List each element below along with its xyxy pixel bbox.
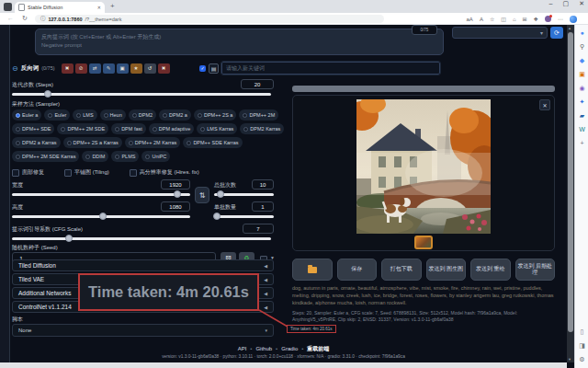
footer-link-github[interactable]: Github bbox=[255, 346, 272, 351]
site-info-icon[interactable]: ⓘ bbox=[40, 16, 46, 22]
batch-count-slider-handle[interactable] bbox=[217, 190, 224, 198]
generated-image[interactable] bbox=[356, 99, 491, 234]
add-icon[interactable]: + bbox=[575, 139, 588, 148]
copilot-icon[interactable] bbox=[570, 16, 577, 23]
read-aloud-icon[interactable]: A bbox=[480, 17, 483, 22]
clear-icon[interactable]: ⊘ bbox=[75, 63, 87, 74]
designer-icon[interactable]: ✦ bbox=[575, 98, 588, 107]
delete-icon[interactable]: ✖ bbox=[62, 63, 74, 74]
edit-icon[interactable]: ✎ bbox=[103, 63, 115, 74]
height-slider[interactable] bbox=[12, 215, 190, 218]
tab-close-icon[interactable]: ✕ bbox=[97, 5, 101, 10]
feature-checkbox-tiling[interactable]: 平铺图 (Tiling) bbox=[64, 168, 109, 177]
batch-size-slider-handle[interactable] bbox=[213, 213, 220, 220]
undo-icon[interactable]: ↺ bbox=[144, 63, 156, 74]
back-icon[interactable]: ← bbox=[7, 15, 14, 21]
split-screen-icon[interactable]: ◫ bbox=[501, 16, 506, 22]
tab-workspaces-icon[interactable] bbox=[4, 3, 12, 11]
home-icon[interactable]: ⌂ bbox=[513, 17, 516, 22]
sampler-option-dpm-2s-a[interactable]: DPM++ 2S a bbox=[194, 109, 237, 121]
zip-download-button[interactable]: 打包下载 bbox=[381, 259, 422, 281]
sampler-option-dpm2-a[interactable]: DPM2 a bbox=[159, 109, 191, 121]
send-to-inpaint-button[interactable]: 发送到 重绘 bbox=[470, 259, 511, 281]
height-slider-handle[interactable] bbox=[99, 213, 107, 220]
sampler-option-dpm2[interactable]: DPM2 bbox=[129, 109, 156, 121]
sampler-option-lms[interactable]: LMS bbox=[73, 109, 96, 121]
sampler-option-dpm-2m-sde-karras[interactable]: DPM++ 2M SDE Karras bbox=[12, 151, 79, 162]
url-bar[interactable]: ⓘ 127.0.0.1:7860 /?__theme=dark bbox=[35, 15, 384, 23]
batch-size-slider[interactable] bbox=[214, 215, 274, 218]
footer-link-gradio[interactable]: Gradio bbox=[281, 346, 298, 351]
scroll-up-icon[interactable]: ▲ bbox=[568, 26, 571, 30]
search-icon[interactable]: ⚲ bbox=[575, 42, 588, 52]
keyword-input[interactable]: 请输入新关键词 bbox=[221, 62, 440, 75]
outlook-icon[interactable]: ▰ bbox=[575, 111, 588, 121]
tagger-list-icon[interactable]: ▤ bbox=[209, 63, 219, 74]
sampler-option-plms[interactable]: PLMS bbox=[111, 151, 139, 162]
sampler-option-dpm-2s-a-karras[interactable]: DPM++ 2S a Karras bbox=[63, 137, 122, 148]
collections-icon[interactable]: ⊞ bbox=[523, 16, 527, 22]
sampler-option-dpm2-karras[interactable]: DPM2 Karras bbox=[240, 123, 284, 134]
sampler-option-dpm-2m[interactable]: DPM++ 2M bbox=[239, 109, 278, 121]
send-to-img2img-button[interactable]: 发送到 图生图 bbox=[426, 259, 467, 281]
sampler-option-heun[interactable]: Heun bbox=[100, 109, 126, 121]
footer-link-api[interactable]: API bbox=[238, 346, 247, 351]
maximize-button[interactable]: ▢ bbox=[563, 0, 570, 7]
window-close-button[interactable]: ✕ bbox=[579, 0, 584, 7]
scroll-down-icon[interactable]: ▼ bbox=[568, 357, 571, 362]
negative-prompt-textarea[interactable]: 反向提示词 (按 Ctrl+Enter 或 Alt+Enter 开始生成) Ne… bbox=[35, 29, 444, 55]
minimize-button[interactable]: – bbox=[549, 0, 553, 7]
scrollbar-thumb[interactable] bbox=[568, 32, 573, 332]
word-icon[interactable]: W bbox=[575, 125, 588, 134]
sampler-option-lms-karras[interactable]: LMS Karras bbox=[197, 123, 237, 134]
text-size-icon[interactable]: aA bbox=[467, 17, 473, 22]
settings-icon[interactable]: ⚙ bbox=[575, 355, 588, 364]
side-panel-icon[interactable]: ◨ bbox=[575, 341, 588, 351]
send-to-extras-button[interactable]: 发送到 后期处理 bbox=[515, 259, 556, 281]
feature-checkbox-hires-fix[interactable]: 高分辨率修复 (Hires. fix) bbox=[130, 168, 199, 177]
width-slider[interactable] bbox=[12, 193, 190, 196]
sampler-option-euler[interactable]: Euler bbox=[44, 109, 70, 121]
new-tab-button[interactable]: + bbox=[110, 2, 115, 10]
sampler-option-dpm-2m-sde[interactable]: DPM++ 2M SDE bbox=[57, 123, 108, 134]
star-icon[interactable]: ★ bbox=[130, 63, 142, 74]
batch-count-value[interactable]: 10 bbox=[252, 179, 274, 190]
extensions-icon[interactable]: ❖ bbox=[534, 16, 538, 22]
sampler-option-dpm-adaptive[interactable]: DPM adaptive bbox=[149, 123, 195, 134]
swap-dimensions-button[interactable]: ⇅ bbox=[195, 187, 209, 203]
people-icon[interactable]: ◉ bbox=[575, 84, 588, 93]
close-icon[interactable]: ✕ bbox=[539, 99, 550, 110]
refresh-styles-button[interactable]: ⟳ bbox=[550, 27, 563, 39]
sampler-option-ddim[interactable]: DDIM bbox=[82, 151, 108, 162]
refresh-icon[interactable]: ↻ bbox=[22, 15, 28, 22]
sampler-option-dpm-fast[interactable]: DPM fast bbox=[111, 123, 146, 134]
width-value[interactable]: 1920 bbox=[161, 179, 190, 190]
remove-icon[interactable]: ✖ bbox=[158, 63, 170, 74]
sampler-option-dpm-2m-karras[interactable]: DPM++ 2M Karras bbox=[125, 137, 181, 148]
phone-link-icon[interactable]: ▯ bbox=[575, 328, 588, 337]
batch-size-value[interactable]: 1 bbox=[252, 201, 274, 212]
steps-slider-handle[interactable] bbox=[44, 90, 51, 98]
profile-avatar[interactable] bbox=[545, 16, 551, 22]
footer-link-[interactable]: 重载前端 bbox=[307, 346, 329, 351]
sampler-option-unipc[interactable]: UniPC bbox=[141, 151, 170, 162]
width-slider-handle[interactable] bbox=[174, 190, 181, 198]
sampler-option-dpm-sde[interactable]: DPM++ SDE bbox=[12, 123, 54, 134]
save-button[interactable]: 保存 bbox=[337, 259, 378, 281]
collections-icon[interactable]: ◆ bbox=[575, 56, 588, 65]
script-dropdown[interactable]: None ▾ bbox=[12, 324, 274, 337]
sampler-option-dpm-sde-karras[interactable]: DPM++ SDE Karras bbox=[183, 137, 242, 148]
feature-checkbox-[interactable]: 面部修复 bbox=[12, 168, 44, 177]
grid-icon[interactable]: ▣ bbox=[117, 63, 129, 74]
height-value[interactable]: 1080 bbox=[161, 201, 190, 212]
steps-value[interactable]: 20 bbox=[241, 79, 274, 89]
sampler-option-euler-a[interactable]: Euler a bbox=[12, 109, 41, 121]
steps-slider[interactable] bbox=[12, 93, 271, 96]
cfg-slider[interactable] bbox=[12, 237, 271, 240]
batch-count-slider[interactable] bbox=[214, 193, 274, 196]
copilot-icon[interactable]: ● bbox=[575, 29, 588, 38]
cfg-slider-handle[interactable] bbox=[65, 235, 73, 242]
browser-tab[interactable]: Stable Diffusion ✕ bbox=[15, 2, 105, 13]
swap-icon[interactable]: ⇄ bbox=[89, 63, 101, 74]
gallery-thumbnail[interactable] bbox=[414, 236, 433, 249]
